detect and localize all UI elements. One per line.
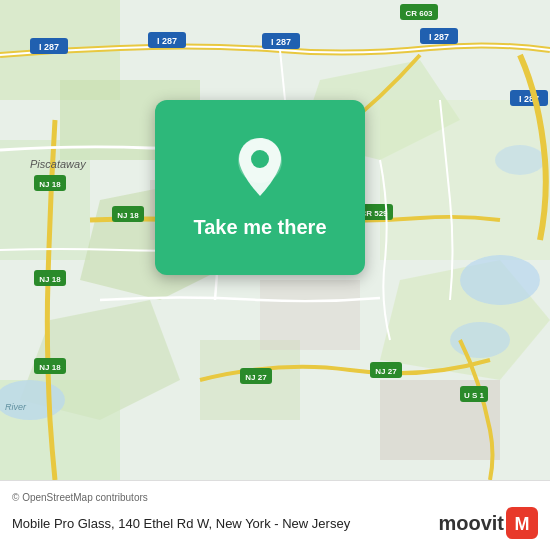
take-me-there-button[interactable]: Take me there	[155, 100, 365, 275]
svg-point-51	[251, 150, 269, 168]
svg-text:I 287: I 287	[271, 37, 291, 47]
svg-rect-6	[380, 100, 550, 260]
svg-text:CR 603: CR 603	[405, 9, 433, 18]
moovit-logo: moovit M	[438, 507, 538, 539]
svg-point-11	[460, 255, 540, 305]
svg-text:M: M	[515, 514, 530, 534]
svg-text:NJ 27: NJ 27	[375, 367, 397, 376]
location-info: Mobile Pro Glass, 140 Ethel Rd W, New Yo…	[12, 507, 538, 539]
attribution-text: © OpenStreetMap contributors	[12, 492, 148, 503]
moovit-logo-icon: M	[506, 507, 538, 539]
location-text: Mobile Pro Glass, 140 Ethel Rd W, New Yo…	[12, 516, 350, 531]
map-container: I 287 I 287 I 287 I 287 I 287 NJ 18 NJ 1…	[0, 0, 550, 480]
svg-text:I 287: I 287	[429, 32, 449, 42]
svg-text:River: River	[5, 402, 27, 412]
svg-text:NJ 18: NJ 18	[117, 211, 139, 220]
svg-text:I 287: I 287	[39, 42, 59, 52]
svg-point-14	[495, 145, 545, 175]
svg-text:NJ 18: NJ 18	[39, 180, 61, 189]
svg-text:U S 1: U S 1	[464, 391, 485, 400]
moovit-brand-text: moovit	[438, 512, 504, 535]
attribution: © OpenStreetMap contributors	[12, 492, 538, 503]
svg-text:NJ 27: NJ 27	[245, 373, 267, 382]
svg-point-12	[450, 322, 510, 358]
svg-text:NJ 18: NJ 18	[39, 363, 61, 372]
svg-rect-16	[260, 280, 360, 350]
location-pin-icon	[233, 136, 287, 200]
take-me-label: Take me there	[193, 216, 326, 239]
svg-text:I 287: I 287	[157, 36, 177, 46]
svg-text:Piscataway: Piscataway	[30, 158, 87, 170]
svg-text:NJ 18: NJ 18	[39, 275, 61, 284]
bottom-bar: © OpenStreetMap contributors Mobile Pro …	[0, 480, 550, 550]
